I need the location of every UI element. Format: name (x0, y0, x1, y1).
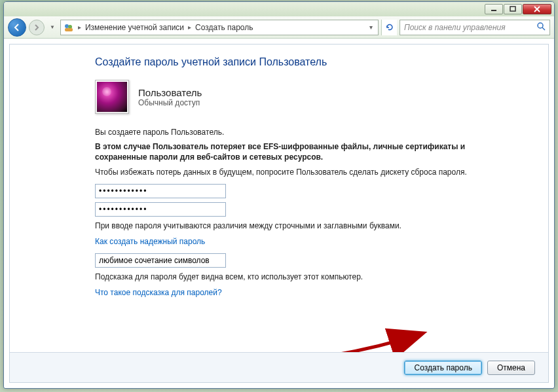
refresh-button[interactable] (381, 20, 397, 35)
svg-line-6 (542, 27, 545, 30)
chevron-right-icon: ▸ (75, 24, 84, 31)
svg-rect-1 (510, 7, 515, 11)
warning-line: В этом случае Пользователь потеряет все … (95, 141, 483, 162)
search-placeholder: Поиск в панели управления (404, 23, 506, 32)
titlebar (4, 2, 554, 16)
case-sensitivity-note: При вводе пароля учитываются различия ме… (95, 221, 483, 231)
navbar: ▼ ▸ Изменение учетной записи ▸ Создать п… (4, 16, 554, 39)
avatar-frame (95, 80, 129, 114)
user-name: Пользователь (138, 87, 202, 98)
arrow-right-icon (33, 24, 41, 31)
forward-button[interactable] (29, 20, 45, 35)
svg-point-5 (538, 23, 543, 28)
info-line-3: Чтобы избежать потерь данных в будущем, … (95, 167, 483, 177)
search-input[interactable]: Поиск в панели управления (400, 20, 550, 35)
minimize-icon (491, 6, 497, 12)
maximize-button[interactable] (504, 4, 522, 14)
search-icon (536, 22, 546, 33)
password-hint-field[interactable] (95, 253, 226, 268)
breadcrumb-item-1[interactable]: Изменение учетной записи (85, 23, 184, 32)
close-button[interactable] (523, 4, 551, 14)
create-password-button[interactable]: Создать пароль (404, 361, 481, 375)
strong-password-link[interactable]: Как создать надежный пароль (95, 237, 205, 246)
content-area: Создайте пароль учетной записи Пользоват… (9, 44, 549, 383)
dialog-footer: Создать пароль Отмена (10, 352, 548, 382)
password-field[interactable] (95, 184, 226, 198)
svg-point-2 (65, 24, 69, 28)
history-dropdown[interactable]: ▼ (47, 24, 58, 30)
minimize-button[interactable] (485, 4, 503, 14)
cancel-button[interactable]: Отмена (487, 361, 535, 375)
svg-rect-4 (65, 28, 73, 31)
svg-rect-0 (491, 10, 496, 11)
window: ▼ ▸ Изменение учетной записи ▸ Создать п… (3, 1, 555, 389)
confirm-password-field[interactable] (95, 202, 226, 217)
password-hint-help-link[interactable]: Что такое подсказка для паролей? (95, 288, 222, 297)
info-line-1: Вы создаете пароль Пользователь. (95, 127, 483, 137)
breadcrumb[interactable]: ▸ Изменение учетной записи ▸ Создать пар… (60, 20, 379, 35)
refresh-icon (385, 23, 394, 32)
page-title: Создайте пароль учетной записи Пользоват… (95, 56, 483, 68)
user-info: Пользователь Обычный доступ (95, 80, 483, 114)
chevron-down-icon[interactable]: ▾ (367, 24, 375, 31)
breadcrumb-item-2[interactable]: Создать пароль (195, 23, 253, 32)
hint-visibility-note: Подсказка для пароля будет видна всем, к… (95, 272, 483, 282)
user-role: Обычный доступ (138, 98, 202, 107)
maximize-icon (510, 6, 516, 12)
arrow-left-icon (12, 23, 22, 32)
close-icon (533, 6, 541, 12)
user-accounts-icon (64, 22, 74, 33)
chevron-right-icon: ▸ (185, 24, 194, 31)
avatar (97, 82, 127, 112)
back-button[interactable] (8, 18, 26, 37)
